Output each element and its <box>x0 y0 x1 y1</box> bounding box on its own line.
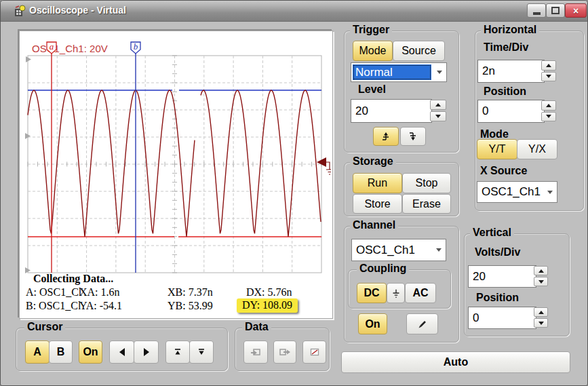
vertical-group-title: Vertical <box>470 227 514 239</box>
run-button[interactable]: Run <box>353 173 402 193</box>
spin-down-icon[interactable] <box>541 112 556 122</box>
cursor-down-button[interactable] <box>189 341 214 364</box>
cursor-up-button[interactable] <box>165 341 190 364</box>
volts-div-stepper[interactable] <box>534 266 548 286</box>
channel-scale-label: OSC1_Ch1: 20V <box>32 43 108 54</box>
spin-down-icon[interactable] <box>430 111 446 121</box>
x-source-value: OSC1_Ch1 <box>477 182 543 202</box>
arrow-down-to-bar-icon <box>197 347 206 357</box>
readout-ya: YA: -54.1 <box>79 300 122 312</box>
close-button[interactable]: × <box>565 3 587 18</box>
cursor-group-title: Cursor <box>24 321 65 333</box>
x-source-select[interactable]: OSC1_Ch1 <box>477 181 557 203</box>
import-data-icon <box>249 346 262 358</box>
minimize-icon <box>533 12 541 15</box>
ac-coupling-button[interactable]: AC <box>405 283 436 303</box>
oscilloscope-window: Oscilloscope - Virtual × OSC1_Ch1: 20V a… <box>0 0 588 386</box>
graph-icon <box>308 346 321 358</box>
time-div-input[interactable]: 2n <box>477 60 545 83</box>
export-data-icon <box>278 346 292 358</box>
status-text: Collecting Data... <box>33 273 113 285</box>
h-position-input[interactable]: 0 <box>477 100 545 123</box>
trigger-mode-button[interactable]: Mode <box>353 41 393 61</box>
time-div-stepper[interactable] <box>541 60 556 81</box>
falling-edge-icon <box>407 131 419 142</box>
spin-up-icon[interactable] <box>541 100 556 111</box>
probe-icon <box>416 319 429 330</box>
spin-up-icon[interactable] <box>541 60 556 71</box>
cursor-left-button[interactable] <box>109 341 134 364</box>
cursor-a-flag[interactable]: a <box>50 41 54 52</box>
cursor-a-button[interactable]: A <box>25 341 50 364</box>
coupling-group-title: Coupling <box>357 263 409 275</box>
time-div-label: Time/Div <box>484 41 528 54</box>
spin-down-icon[interactable] <box>534 318 548 328</box>
title-bar[interactable]: Oscilloscope - Virtual × <box>1 1 587 22</box>
erase-button[interactable]: Erase <box>402 194 451 214</box>
probe-button[interactable] <box>406 313 438 334</box>
readout-dx: DX: 5.76n <box>246 286 292 298</box>
window-title: Oscilloscope - Virtual <box>29 5 126 16</box>
trigger-rising-edge-button[interactable] <box>373 127 399 146</box>
trigger-mode-select[interactable]: Normal <box>351 62 447 82</box>
close-icon: × <box>573 6 579 16</box>
h-position-stepper[interactable] <box>541 100 556 121</box>
data-graph-button[interactable] <box>302 341 326 364</box>
scope-plot: OSC1_Ch1: 20V a b <box>20 31 331 274</box>
v-position-stepper[interactable] <box>534 307 548 328</box>
spin-up-icon[interactable] <box>430 100 446 110</box>
channel-group-title: Channel <box>350 219 398 231</box>
data-export-button[interactable] <box>273 341 296 364</box>
trigger-level-input[interactable]: 20 <box>351 99 432 123</box>
chevron-down-icon[interactable] <box>432 239 446 260</box>
trigger-source-button[interactable]: Source <box>393 41 445 61</box>
channel-on-button[interactable]: On <box>358 313 387 334</box>
data-group-title: Data <box>242 321 271 333</box>
spin-up-icon[interactable] <box>534 307 548 317</box>
channel-value: OSC1_Ch1 <box>352 239 432 260</box>
v-position-label: Position <box>476 292 519 304</box>
dc-coupling-button[interactable]: DC <box>357 283 387 303</box>
cursor-right-button[interactable] <box>134 341 159 364</box>
readout-xb: XB: 7.37n <box>168 286 213 298</box>
arrow-right-icon <box>144 348 149 356</box>
volts-div-input[interactable]: 20 <box>468 265 536 288</box>
yt-mode-button[interactable]: Y/T <box>477 139 517 159</box>
channel-select[interactable]: OSC1_Ch1 <box>351 239 446 261</box>
minimize-button[interactable] <box>527 3 546 18</box>
trigger-level-label: Level <box>358 83 386 96</box>
spin-up-icon[interactable] <box>534 266 548 275</box>
scope-display: OSC1_Ch1: 20V a b Collecting Data... A: … <box>19 31 333 319</box>
restore-button[interactable] <box>546 3 565 18</box>
readout-xa: XA: 1.6n <box>79 286 120 298</box>
volts-div-label: Volts/Div <box>475 246 520 258</box>
readout-dy-highlight: DY: 108.09 <box>237 298 298 313</box>
arrow-left-icon <box>119 348 125 356</box>
v-position-input[interactable]: 0 <box>468 307 536 329</box>
x-source-label: X Source <box>480 165 527 177</box>
cursor-on-button[interactable]: On <box>79 341 102 364</box>
spin-down-icon[interactable] <box>541 72 556 82</box>
storage-group-title: Storage <box>350 155 396 168</box>
stop-button[interactable]: Stop <box>402 173 451 193</box>
readout-b-name: B: OSC1_Cl <box>26 300 81 312</box>
data-import-button[interactable] <box>243 341 268 364</box>
store-button[interactable]: Store <box>353 194 402 214</box>
ground-coupling-button[interactable] <box>387 283 405 303</box>
yx-mode-button[interactable]: Y/X <box>517 139 557 159</box>
restore-icon <box>551 7 560 14</box>
rising-edge-icon <box>380 131 392 142</box>
ground-icon <box>391 288 401 298</box>
auto-button[interactable]: Auto <box>341 351 570 373</box>
chevron-down-icon[interactable] <box>433 63 446 81</box>
spin-down-icon[interactable] <box>534 277 548 286</box>
readout-yb: YB: 53.99 <box>168 300 213 312</box>
arrow-up-to-bar-icon <box>173 347 182 357</box>
chevron-down-icon[interactable] <box>543 182 557 202</box>
cursor-b-flag[interactable]: b <box>134 41 138 52</box>
horizontal-group-title: Horizontal <box>481 24 539 36</box>
trigger-level-stepper[interactable] <box>430 100 446 121</box>
trigger-falling-edge-button[interactable] <box>400 127 426 146</box>
cursor-b-button[interactable]: B <box>49 341 73 364</box>
app-icon <box>14 5 26 17</box>
